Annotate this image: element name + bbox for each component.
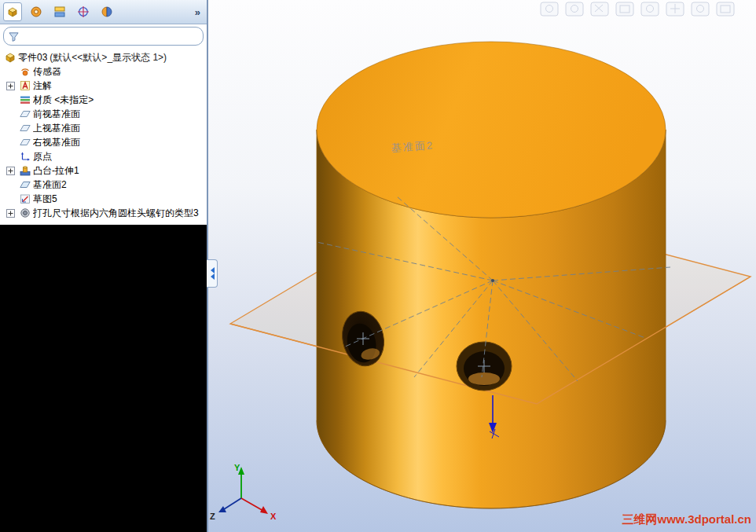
sketch-center-point[interactable] bbox=[491, 279, 494, 282]
plane-icon bbox=[19, 123, 31, 134]
panel-collapse-tab[interactable] bbox=[207, 259, 218, 288]
configurationmanager-tab[interactable] bbox=[50, 2, 69, 21]
tree-item-sensors[interactable]: 传感器 bbox=[0, 64, 207, 79]
model-scene: Y X Z bbox=[208, 0, 756, 532]
dimxpertmanager-tab[interactable] bbox=[74, 2, 93, 21]
graphics-viewport[interactable]: Y X Z 基准面2 三维网www.3dportal.cn bbox=[208, 0, 756, 532]
cylinder-model[interactable] bbox=[317, 42, 666, 508]
annotations-icon bbox=[19, 80, 31, 91]
featuremanager-icon bbox=[6, 6, 19, 18]
feature-manager-panel: » 零件03 (默认<<默认>_显示状态 1>) bbox=[0, 0, 208, 532]
manager-tab-bar: » bbox=[0, 0, 207, 24]
featuremanager-tab[interactable] bbox=[3, 2, 22, 21]
expander-plus[interactable] bbox=[6, 82, 17, 90]
tree-item-boss-extrude1[interactable]: 凸台-拉伸1 bbox=[0, 163, 207, 178]
tree-item-front-plane[interactable]: 前视基准面 bbox=[0, 107, 207, 121]
feature-tree: 零件03 (默认<<默认>_显示状态 1>) 传感器 bbox=[0, 48, 207, 225]
plane-icon bbox=[19, 108, 31, 119]
view-toolbar-ghost-icons[interactable] bbox=[541, 2, 734, 16]
origin-icon bbox=[19, 151, 31, 162]
double-chevron-left-icon bbox=[207, 266, 216, 281]
plane2-floating-label: 基准面2 bbox=[391, 138, 434, 156]
tab-bar-overflow-button[interactable]: » bbox=[195, 6, 204, 18]
propertymanager-icon bbox=[30, 6, 42, 18]
tree-item-top-plane[interactable]: 上视基准面 bbox=[0, 121, 207, 135]
triad-x-label: X bbox=[270, 512, 277, 521]
triad-z-label: Z bbox=[210, 512, 215, 521]
material-icon bbox=[19, 94, 31, 105]
expander-plus[interactable] bbox=[6, 167, 17, 175]
reference-triad: Y X Z bbox=[210, 463, 277, 521]
boss-extrude-icon bbox=[19, 165, 31, 176]
tree-filter-bar bbox=[3, 27, 204, 46]
hole-wizard-icon bbox=[19, 207, 31, 218]
propertymanager-tab[interactable] bbox=[27, 2, 46, 21]
configurationmanager-icon bbox=[53, 6, 66, 18]
part-icon bbox=[4, 52, 16, 63]
tree-filter-input[interactable] bbox=[22, 30, 198, 42]
tree-item-sketch5[interactable]: 草图5 bbox=[0, 192, 207, 206]
tree-item-material[interactable]: 材质 <未指定> bbox=[0, 93, 207, 107]
sketch-icon bbox=[19, 193, 31, 204]
tree-item-part-root[interactable]: 零件03 (默认<<默认>_显示状态 1>) bbox=[0, 50, 207, 64]
triad-y-label: Y bbox=[234, 463, 240, 472]
dimxpertmanager-icon bbox=[77, 6, 90, 18]
watermark-text: 三维网www.3dportal.cn bbox=[622, 512, 751, 527]
panel-empty-area bbox=[0, 225, 207, 532]
plane-icon bbox=[19, 137, 31, 148]
tree-item-right-plane[interactable]: 右视基准面 bbox=[0, 135, 207, 149]
tree-item-origin[interactable]: 原点 bbox=[0, 149, 207, 163]
tree-item-hole-feature[interactable]: 打孔尺寸根据内六角圆柱头螺钉的类型3 bbox=[0, 206, 207, 220]
expander-plus[interactable] bbox=[6, 209, 17, 218]
app-window: » 零件03 (默认<<默认>_显示状态 1>) bbox=[0, 0, 756, 532]
tree-item-plane2[interactable]: 基准面2 bbox=[0, 178, 207, 192]
tree-item-annotations[interactable]: 注解 bbox=[0, 79, 207, 93]
plane-icon bbox=[19, 179, 31, 190]
filter-funnel-icon bbox=[9, 31, 19, 42]
part-config: (默认<<默认>_显示状态 1>) bbox=[50, 51, 167, 64]
displaymanager-tab[interactable] bbox=[97, 2, 116, 21]
displaymanager-icon bbox=[101, 6, 113, 18]
sensor-icon bbox=[19, 66, 31, 77]
part-name: 零件03 bbox=[18, 51, 47, 64]
